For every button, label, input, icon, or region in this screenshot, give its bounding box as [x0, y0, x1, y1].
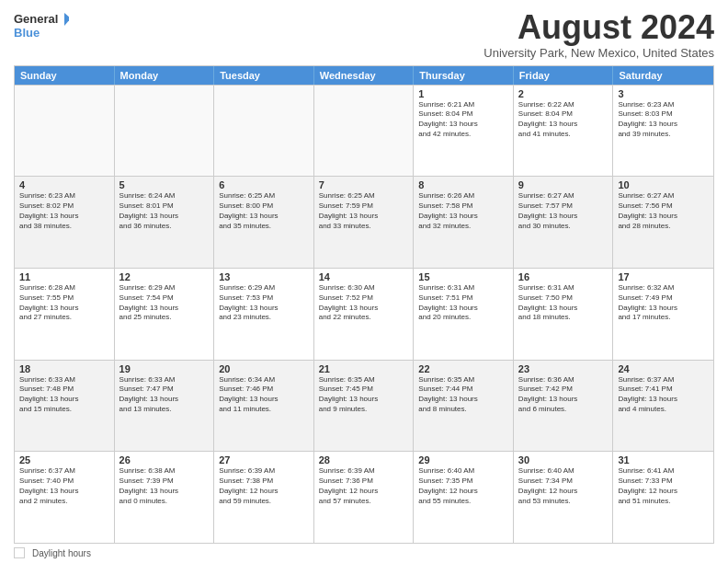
calendar-row: 11Sunrise: 6:28 AM Sunset: 7:55 PM Dayli… — [15, 268, 713, 360]
calendar-cell: 19Sunrise: 6:33 AM Sunset: 7:47 PM Dayli… — [115, 361, 215, 452]
day-number: 30 — [518, 454, 609, 465]
day-info: Sunrise: 6:41 AM Sunset: 7:33 PM Dayligh… — [618, 466, 709, 506]
day-info: Sunrise: 6:28 AM Sunset: 7:55 PM Dayligh… — [19, 283, 109, 323]
calendar-cell: 8Sunrise: 6:26 AM Sunset: 7:58 PM Daylig… — [414, 177, 514, 268]
calendar-cell: 18Sunrise: 6:33 AM Sunset: 7:48 PM Dayli… — [15, 361, 115, 452]
calendar-body: 1Sunrise: 6:21 AM Sunset: 8:04 PM Daylig… — [15, 85, 713, 543]
calendar-cell: 22Sunrise: 6:35 AM Sunset: 7:44 PM Dayli… — [414, 361, 514, 452]
daylight-label: Daylight hours — [32, 548, 91, 558]
daylight-box — [14, 547, 25, 558]
calendar-cell: 27Sunrise: 6:39 AM Sunset: 7:38 PM Dayli… — [214, 452, 314, 543]
calendar: SundayMondayTuesdayWednesdayThursdayFrid… — [14, 65, 714, 544]
calendar-cell: 1Sunrise: 6:21 AM Sunset: 8:04 PM Daylig… — [414, 86, 514, 177]
calendar-cell: 6Sunrise: 6:25 AM Sunset: 8:00 PM Daylig… — [214, 177, 314, 268]
day-number: 7 — [319, 179, 409, 190]
day-number: 6 — [219, 179, 309, 190]
day-info: Sunrise: 6:26 AM Sunset: 7:58 PM Dayligh… — [418, 191, 508, 231]
day-info: Sunrise: 6:39 AM Sunset: 7:38 PM Dayligh… — [219, 466, 309, 506]
day-number: 5 — [119, 179, 210, 190]
calendar-cell: 13Sunrise: 6:29 AM Sunset: 7:53 PM Dayli… — [214, 269, 314, 360]
day-number: 29 — [418, 454, 508, 465]
weekday-header: Wednesday — [314, 66, 415, 85]
day-number: 14 — [319, 271, 409, 282]
day-info: Sunrise: 6:29 AM Sunset: 7:54 PM Dayligh… — [119, 283, 210, 323]
day-info: Sunrise: 6:25 AM Sunset: 7:59 PM Dayligh… — [319, 191, 409, 231]
calendar-cell: 3Sunrise: 6:23 AM Sunset: 8:03 PM Daylig… — [613, 86, 713, 177]
day-info: Sunrise: 6:31 AM Sunset: 7:51 PM Dayligh… — [418, 283, 508, 323]
day-number: 22 — [418, 363, 508, 374]
day-info: Sunrise: 6:27 AM Sunset: 7:57 PM Dayligh… — [518, 191, 609, 231]
calendar-cell: 23Sunrise: 6:36 AM Sunset: 7:42 PM Dayli… — [514, 361, 614, 452]
day-info: Sunrise: 6:25 AM Sunset: 8:00 PM Dayligh… — [219, 191, 309, 231]
day-number: 23 — [518, 363, 609, 374]
weekday-header: Thursday — [414, 66, 514, 85]
day-number: 26 — [119, 454, 210, 465]
day-number: 18 — [19, 363, 109, 374]
calendar-cell: 2Sunrise: 6:22 AM Sunset: 8:04 PM Daylig… — [514, 86, 614, 177]
day-number: 2 — [518, 88, 609, 99]
day-number: 27 — [219, 454, 309, 465]
day-info: Sunrise: 6:23 AM Sunset: 8:02 PM Dayligh… — [19, 191, 109, 231]
main-title: August 2024 — [483, 9, 714, 46]
day-number: 11 — [19, 271, 109, 282]
day-number: 17 — [618, 271, 709, 282]
calendar-cell: 17Sunrise: 6:32 AM Sunset: 7:49 PM Dayli… — [613, 269, 713, 360]
calendar-cell: 31Sunrise: 6:41 AM Sunset: 7:33 PM Dayli… — [613, 452, 713, 543]
day-number: 8 — [418, 179, 508, 190]
day-number: 16 — [518, 271, 609, 282]
day-info: Sunrise: 6:35 AM Sunset: 7:45 PM Dayligh… — [319, 375, 409, 415]
calendar-cell: 4Sunrise: 6:23 AM Sunset: 8:02 PM Daylig… — [15, 177, 115, 268]
calendar-cell: 12Sunrise: 6:29 AM Sunset: 7:54 PM Dayli… — [115, 269, 215, 360]
weekday-header: Saturday — [613, 66, 713, 85]
day-info: Sunrise: 6:37 AM Sunset: 7:41 PM Dayligh… — [618, 375, 709, 415]
day-info: Sunrise: 6:33 AM Sunset: 7:47 PM Dayligh… — [119, 375, 210, 415]
calendar-cell: 28Sunrise: 6:39 AM Sunset: 7:36 PM Dayli… — [314, 452, 415, 543]
weekday-header: Tuesday — [214, 66, 314, 85]
calendar-cell: 24Sunrise: 6:37 AM Sunset: 7:41 PM Dayli… — [613, 361, 713, 452]
title-area: August 2024 University Park, New Mexico,… — [483, 9, 714, 60]
day-info: Sunrise: 6:32 AM Sunset: 7:49 PM Dayligh… — [618, 283, 709, 323]
day-number: 19 — [119, 363, 210, 374]
day-number: 25 — [19, 454, 109, 465]
day-info: Sunrise: 6:40 AM Sunset: 7:34 PM Dayligh… — [518, 466, 609, 506]
day-info: Sunrise: 6:35 AM Sunset: 7:44 PM Dayligh… — [418, 375, 508, 415]
logo: General Blue — [14, 9, 69, 42]
day-number: 12 — [119, 271, 210, 282]
calendar-cell: 5Sunrise: 6:24 AM Sunset: 8:01 PM Daylig… — [115, 177, 215, 268]
day-info: Sunrise: 6:33 AM Sunset: 7:48 PM Dayligh… — [19, 375, 109, 415]
calendar-cell: 14Sunrise: 6:30 AM Sunset: 7:52 PM Dayli… — [314, 269, 415, 360]
calendar-cell: 9Sunrise: 6:27 AM Sunset: 7:57 PM Daylig… — [514, 177, 614, 268]
calendar-row: 25Sunrise: 6:37 AM Sunset: 7:40 PM Dayli… — [15, 451, 713, 543]
svg-text:General: General — [14, 12, 58, 26]
calendar-cell: 10Sunrise: 6:27 AM Sunset: 7:56 PM Dayli… — [613, 177, 713, 268]
weekday-header: Monday — [115, 66, 215, 85]
calendar-row: 1Sunrise: 6:21 AM Sunset: 8:04 PM Daylig… — [15, 85, 713, 177]
calendar-cell: 15Sunrise: 6:31 AM Sunset: 7:51 PM Dayli… — [414, 269, 514, 360]
day-number: 10 — [618, 179, 709, 190]
day-number: 28 — [319, 454, 409, 465]
logo-svg: General Blue — [14, 9, 69, 42]
day-info: Sunrise: 6:31 AM Sunset: 7:50 PM Dayligh… — [518, 283, 609, 323]
svg-text:Blue: Blue — [14, 26, 40, 40]
calendar-cell — [15, 86, 115, 177]
day-number: 24 — [618, 363, 709, 374]
calendar-header: SundayMondayTuesdayWednesdayThursdayFrid… — [15, 66, 713, 85]
calendar-row: 4Sunrise: 6:23 AM Sunset: 8:02 PM Daylig… — [15, 176, 713, 268]
weekday-header: Friday — [514, 66, 614, 85]
calendar-cell: 26Sunrise: 6:38 AM Sunset: 7:39 PM Dayli… — [115, 452, 215, 543]
day-number: 21 — [319, 363, 409, 374]
calendar-cell: 29Sunrise: 6:40 AM Sunset: 7:35 PM Dayli… — [414, 452, 514, 543]
day-info: Sunrise: 6:36 AM Sunset: 7:42 PM Dayligh… — [518, 375, 609, 415]
day-number: 31 — [618, 454, 709, 465]
calendar-cell: 16Sunrise: 6:31 AM Sunset: 7:50 PM Dayli… — [514, 269, 614, 360]
page: General Blue August 2024 University Park… — [0, 0, 728, 563]
calendar-cell — [314, 86, 415, 177]
header: General Blue August 2024 University Park… — [14, 9, 714, 60]
footer: Daylight hours — [14, 547, 714, 558]
calendar-cell — [214, 86, 314, 177]
weekday-header: Sunday — [15, 66, 115, 85]
day-number: 15 — [418, 271, 508, 282]
day-number: 9 — [518, 179, 609, 190]
day-info: Sunrise: 6:21 AM Sunset: 8:04 PM Dayligh… — [418, 100, 508, 140]
day-number: 4 — [19, 179, 109, 190]
